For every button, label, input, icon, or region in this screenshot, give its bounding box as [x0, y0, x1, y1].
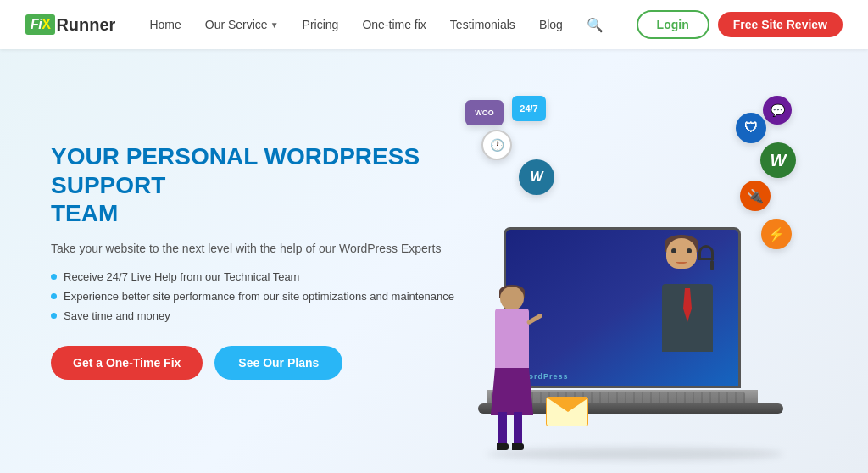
- nav-one-time-fix[interactable]: One-time fix: [362, 18, 426, 31]
- free-review-button[interactable]: Free Site Review: [718, 12, 843, 37]
- stand-skirt: [491, 368, 533, 415]
- wp-logo-icon: W: [760, 142, 796, 178]
- nav-home[interactable]: Home: [149, 18, 181, 31]
- hero-bullets-list: Receive 24/7 Live Help from our Technica…: [51, 270, 458, 322]
- our-service-dropdown-icon: ▼: [270, 20, 279, 30]
- login-button[interactable]: Login: [637, 10, 709, 39]
- bullet-icon: [51, 274, 57, 280]
- nav-blog[interactable]: Blog: [539, 18, 563, 31]
- logo[interactable]: FiX Runner: [25, 14, 115, 35]
- stand-head: [500, 287, 524, 310]
- hero-title: YOUR PERSONAL WORDPRESS SUPPORT TEAM: [51, 142, 458, 228]
- headset-icon: [698, 245, 715, 270]
- hero-buttons: Get a One-Time Fix See Our Plans: [51, 346, 458, 380]
- get-one-time-fix-button[interactable]: Get a One-Time Fix: [51, 346, 203, 380]
- stand-body: [495, 309, 529, 372]
- envelope-body: [546, 397, 588, 426]
- bullet-icon: [51, 293, 57, 299]
- stand-shoe-left: [497, 443, 509, 450]
- list-item: Receive 24/7 Live Help from our Technica…: [51, 270, 458, 283]
- list-item: Experience better site performance from …: [51, 290, 458, 303]
- header-actions: Login Free Site Review: [637, 10, 843, 39]
- support-person-in-screen: [654, 238, 721, 374]
- logo-runner: Runner: [56, 15, 115, 35]
- list-item: Save time and money: [51, 309, 458, 322]
- person-head: [666, 238, 697, 269]
- bullet-icon: [51, 313, 57, 319]
- shield-icon: 🛡: [736, 113, 766, 143]
- nav-pricing[interactable]: Pricing: [303, 18, 339, 31]
- stand-leg-right: [514, 412, 522, 446]
- person-body: [662, 284, 713, 352]
- main-nav: Home Our Service ▼ Pricing One-time fix …: [149, 17, 636, 33]
- nav-our-service[interactable]: Our Service ▼: [205, 18, 279, 31]
- person-standing: [478, 287, 546, 456]
- stand-leg-left: [498, 412, 507, 446]
- chat-bubble-icon: 💬: [763, 96, 792, 125]
- woo-badge: WOO: [465, 100, 504, 125]
- search-icon[interactable]: 🔍: [587, 17, 604, 33]
- hero-illustration: WOO 24/7 🕐 W 💬 🛡 W 🔌 ⚡ W ordPress: [458, 49, 817, 473]
- clock-icon: 🕐: [481, 130, 512, 160]
- plug-icon: 🔌: [740, 181, 771, 211]
- hero-section: YOUR PERSONAL WORDPRESS SUPPORT TEAM Tak…: [0, 49, 868, 473]
- person-tie: [683, 288, 692, 322]
- envelope-illustration: [546, 397, 588, 426]
- site-header: FiX Runner Home Our Service ▼ Pricing On…: [0, 0, 868, 49]
- stand-shoe-right: [512, 443, 524, 450]
- wordpress-icon: W: [519, 159, 554, 195]
- see-plans-button[interactable]: See Our Plans: [214, 346, 342, 380]
- nav-testimonials[interactable]: Testimonials: [450, 18, 515, 31]
- hero-content: YOUR PERSONAL WORDPRESS SUPPORT TEAM Tak…: [51, 142, 458, 380]
- 247-badge: 24/7: [512, 96, 546, 121]
- hero-subtitle: Take your website to the next level with…: [51, 242, 458, 255]
- envelope-flap: [547, 398, 589, 412]
- logo-fix: FiX: [25, 14, 55, 35]
